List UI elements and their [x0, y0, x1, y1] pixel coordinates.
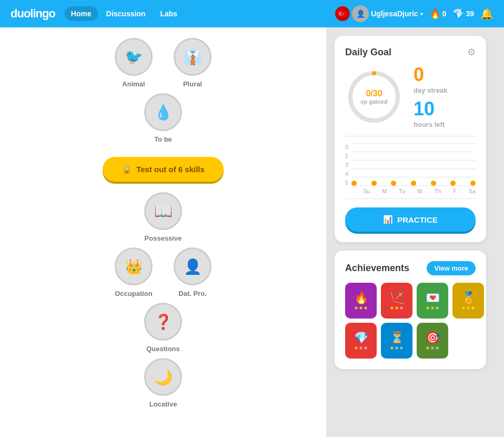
x-su: Su: [363, 188, 370, 194]
chart-dots: [351, 181, 476, 186]
test-button-label: Test out of 6 skills: [136, 165, 205, 174]
chart-line-5: [351, 143, 476, 144]
gear-button[interactable]: ⚙: [467, 46, 476, 58]
skill-tobe[interactable]: 💧 To be: [144, 93, 182, 143]
possessive-icon: 📖: [144, 192, 182, 230]
y-label-0: 0: [345, 144, 348, 150]
dot-f: [450, 181, 456, 186]
chart-line-4: [351, 152, 476, 152]
x-th: Th: [435, 188, 441, 194]
dot-sa: [470, 181, 476, 186]
skill-datpro[interactable]: 👤 Dat. Pro.: [174, 247, 211, 297]
y-label-4: 4: [345, 171, 348, 177]
skill-possessive[interactable]: 📖 Possessive: [144, 192, 182, 242]
main-content: 🐦 Animal 👔 Plural 💧 To be 🔒 Test out of …: [0, 27, 326, 437]
tobe-label: To be: [154, 135, 172, 143]
chart-line-2: [351, 168, 476, 169]
gem-icon: 💎: [452, 8, 464, 19]
dot-m: [371, 181, 377, 186]
dot-tu: [391, 181, 396, 186]
chart-area: 5 4 3 1 0: [345, 136, 476, 194]
skill-row-6: 🌙 Locative: [0, 358, 326, 408]
nav-discussion[interactable]: Discussion: [100, 6, 152, 21]
practice-button[interactable]: 📊 PRACTICE: [345, 207, 476, 232]
xp-text: 0/30 xp gained: [360, 89, 387, 105]
locative-label: Locative: [149, 400, 177, 408]
daily-goal-card: Daily Goal ⚙ 0/30 xp gained: [335, 36, 486, 242]
skill-row-4: 👑 Occupation 👤 Dat. Pro.: [0, 247, 326, 297]
gem-count: 39: [466, 9, 474, 18]
badge-bow[interactable]: 🏹: [381, 283, 412, 319]
occupation-icon: 👑: [115, 247, 153, 285]
nav-links: Home Discussion Labs: [65, 6, 184, 21]
y-label-1: 1: [345, 153, 348, 159]
lock-icon: 🔒: [122, 164, 132, 174]
goal-stats: 0 day streak 10 hours left: [414, 65, 447, 128]
xp-ring: 0/30 xp gained: [345, 68, 403, 126]
badge-mail[interactable]: 💌: [417, 283, 448, 319]
animal-label: Animal: [122, 80, 145, 88]
skill-animal[interactable]: 🐦 Animal: [115, 38, 153, 88]
x-sa: Sa: [468, 188, 475, 194]
fire-icon: 🔥: [429, 8, 441, 19]
skill-row-2: 💧 To be: [0, 93, 326, 143]
hours-left-label: hours left: [414, 121, 447, 128]
possessive-label: Possessive: [145, 234, 182, 242]
achievements-grid: 🔥 🏹 💌 🏅 💎: [345, 283, 476, 359]
plural-icon: 👔: [174, 38, 211, 76]
x-f: F: [453, 188, 457, 194]
xp-fraction: 0/30: [360, 89, 387, 98]
badge-medal[interactable]: 🏅: [452, 283, 484, 319]
skill-plural[interactable]: 👔 Plural: [174, 38, 211, 88]
skill-row-1: 🐦 Animal 👔 Plural: [0, 38, 326, 88]
hours-left-number: 10: [414, 100, 447, 118]
xp-current: 0: [366, 89, 370, 98]
streak-count: 0: [442, 9, 447, 18]
goal-content: 0/30 xp gained 0 day streak 10 hours lef…: [345, 65, 476, 128]
animal-icon: 🐦: [115, 38, 153, 76]
achievements-title: Achievements: [345, 263, 409, 274]
skill-locative[interactable]: 🌙 Locative: [144, 358, 182, 408]
view-more-button[interactable]: View more: [427, 261, 476, 275]
chart-line-3: [351, 160, 476, 161]
locative-icon: 🌙: [144, 358, 182, 396]
badge-fire[interactable]: 🔥: [345, 283, 377, 319]
divider: [345, 198, 476, 199]
logo: duolingo: [11, 7, 55, 21]
streak-badge: 🔥 0: [429, 8, 447, 19]
page: 🐦 Animal 👔 Plural 💧 To be 🔒 Test out of …: [0, 27, 504, 437]
dot-su: [351, 181, 357, 186]
x-w: W: [417, 188, 422, 194]
flag-icon: 🇹🇷: [335, 6, 350, 21]
skill-row-3: 📖 Possessive: [0, 192, 326, 242]
test-skills-button[interactable]: 🔒 Test out of 6 skills: [103, 157, 224, 182]
right-panel: Daily Goal ⚙ 0/30 xp gained: [326, 27, 495, 437]
skill-occupation[interactable]: 👑 Occupation: [115, 247, 153, 297]
badge-target[interactable]: 🎯: [417, 323, 448, 359]
bell-icon[interactable]: 🔔: [480, 7, 493, 20]
chart-lines-container: Su M Tu W Th F Sa: [351, 144, 476, 194]
questions-label: Questions: [146, 345, 180, 353]
practice-icon: 📊: [383, 215, 393, 224]
language-selector[interactable]: 🇹🇷 👤 UgljesaDjuric ▾: [335, 5, 422, 22]
daily-goal-title: Daily Goal: [345, 47, 391, 58]
datpro-icon: 👤: [174, 247, 211, 285]
chart-lines: [351, 144, 476, 186]
questions-icon: ❓: [144, 303, 182, 341]
xp-goal: 30: [373, 89, 382, 98]
y-label-5: 5: [345, 180, 348, 186]
dot-th: [431, 181, 436, 186]
y-label-3: 3: [345, 162, 348, 168]
nav-home[interactable]: Home: [65, 6, 98, 21]
daily-goal-header: Daily Goal ⚙: [345, 46, 476, 58]
chart-grid: 5 4 3 1 0: [345, 144, 476, 194]
avatar: 👤: [352, 5, 369, 22]
badge-diamond[interactable]: 💎: [345, 323, 377, 359]
skill-questions[interactable]: ❓ Questions: [144, 303, 182, 353]
nav-labs[interactable]: Labs: [154, 6, 184, 21]
skill-row-5: ❓ Questions: [0, 303, 326, 353]
chart-x-labels: Su M Tu W Th F Sa: [351, 188, 476, 194]
badge-hourglass[interactable]: ⏳: [381, 323, 412, 359]
occupation-label: Occupation: [115, 290, 153, 297]
practice-label: PRACTICE: [397, 215, 438, 224]
